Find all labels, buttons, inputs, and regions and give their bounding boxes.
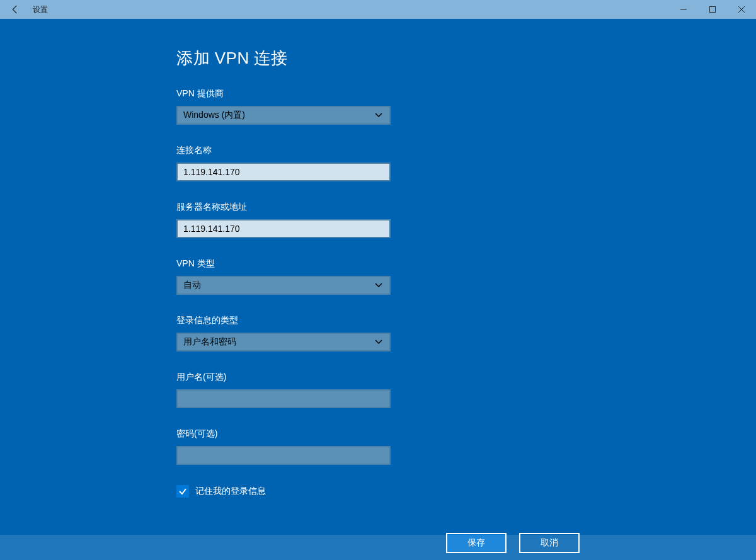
- field-password: 密码(可选): [176, 428, 756, 465]
- label-server-address: 服务器名称或地址: [176, 202, 756, 213]
- window-controls: [669, 0, 756, 19]
- dropdown-vpn-provider[interactable]: Windows (内置): [176, 106, 391, 125]
- remember-row: 记住我的登录信息: [176, 485, 756, 498]
- vpn-add-panel: 添加 VPN 连接 VPN 提供商 Windows (内置) 连接名称 1.11…: [0, 19, 756, 498]
- maximize-button[interactable]: [698, 0, 727, 19]
- label-vpn-type: VPN 类型: [176, 258, 756, 270]
- dropdown-value: 用户名和密码: [183, 336, 236, 348]
- label-vpn-provider: VPN 提供商: [176, 88, 756, 100]
- label-password: 密码(可选): [176, 428, 756, 440]
- taskbar-strip: [0, 535, 756, 560]
- field-vpn-provider: VPN 提供商 Windows (内置): [176, 88, 756, 125]
- input-value: 1.119.141.170: [183, 167, 240, 177]
- input-value: 1.119.141.170: [183, 224, 240, 234]
- dropdown-signin-type[interactable]: 用户名和密码: [176, 333, 391, 351]
- svg-rect-0: [710, 7, 716, 13]
- minimize-button[interactable]: [669, 0, 698, 19]
- field-server-address: 服务器名称或地址 1.119.141.170: [176, 202, 756, 238]
- dropdown-vpn-type[interactable]: 自动: [176, 276, 391, 295]
- chevron-down-icon: [375, 281, 384, 290]
- close-button[interactable]: [727, 0, 756, 19]
- remember-label: 记住我的登录信息: [195, 486, 266, 497]
- field-username: 用户名(可选): [176, 372, 756, 408]
- input-username[interactable]: [176, 389, 391, 408]
- input-server-address[interactable]: 1.119.141.170: [176, 219, 391, 238]
- field-connection-name: 连接名称 1.119.141.170: [176, 145, 756, 181]
- input-password[interactable]: [176, 446, 391, 465]
- label-connection-name: 连接名称: [176, 145, 756, 156]
- back-button[interactable]: [0, 0, 30, 19]
- label-username: 用户名(可选): [176, 372, 756, 383]
- dropdown-value: 自动: [183, 280, 201, 291]
- label-signin-type: 登录信息的类型: [176, 315, 756, 326]
- checkbox-remember[interactable]: [176, 485, 189, 498]
- title-bar: 设置: [0, 0, 756, 19]
- chevron-down-icon: [375, 111, 384, 120]
- dropdown-value: Windows (内置): [183, 110, 245, 121]
- page-heading: 添加 VPN 连接: [176, 47, 756, 69]
- window-title: 设置: [30, 4, 48, 15]
- chevron-down-icon: [375, 338, 384, 346]
- input-connection-name[interactable]: 1.119.141.170: [176, 163, 391, 181]
- field-signin-type: 登录信息的类型 用户名和密码: [176, 315, 756, 351]
- field-vpn-type: VPN 类型 自动: [176, 258, 756, 295]
